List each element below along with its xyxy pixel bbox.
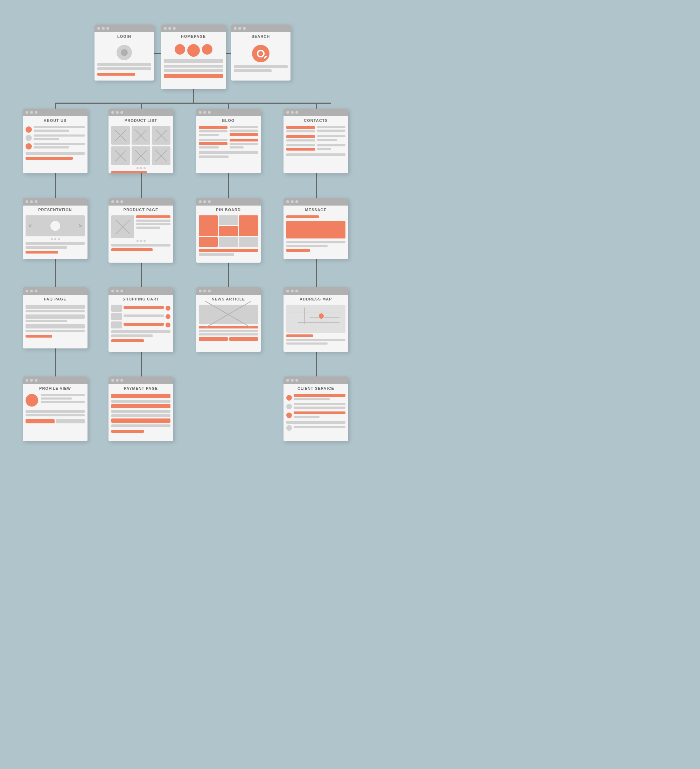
connector-hp-down xyxy=(193,89,194,103)
blog-card: BLOG xyxy=(196,109,261,173)
news-titlebar xyxy=(196,287,261,295)
map-visual xyxy=(286,305,345,333)
payment-titlebar xyxy=(109,376,173,384)
hp-titlebar xyxy=(161,24,226,32)
pinboard-title: PIN BOARD xyxy=(196,206,261,213)
faq-title: FAQ PAGE xyxy=(23,295,88,302)
profile-title: PROFILE VIEW xyxy=(23,384,88,392)
conn-aboutus-down xyxy=(55,173,56,198)
cs-title: CLIENT SERVICE xyxy=(284,384,348,392)
profile-body xyxy=(23,392,88,428)
homepage-card: HOMEPAGE xyxy=(161,24,226,89)
cs-titlebar xyxy=(284,376,348,384)
login-bar2 xyxy=(97,67,151,70)
dot2 xyxy=(102,27,104,30)
conn-contacts-down xyxy=(316,173,317,198)
conn-pinboard-down xyxy=(228,263,229,287)
conn-cart-down xyxy=(141,352,142,376)
slider-area: < > xyxy=(26,216,85,236)
hp-body xyxy=(161,40,226,82)
conn-msg-down xyxy=(316,259,317,287)
blog-body xyxy=(196,124,261,162)
presentation-card: PRESENTATION < > xyxy=(23,198,88,259)
search-title: SEARCH xyxy=(231,32,291,40)
slider-dot xyxy=(50,221,60,231)
cart-body xyxy=(109,302,173,346)
login-card: LOGIN xyxy=(95,24,154,80)
conn-aboutus-up xyxy=(55,103,56,109)
newsarticle-card: NEWS ARTICLE xyxy=(196,287,261,352)
conn-prodlist-down xyxy=(141,173,142,198)
pinboard-card: PIN BOARD xyxy=(196,198,261,263)
shoppingcart-card: SHOPPING CART xyxy=(109,287,173,352)
prodlist-body xyxy=(109,124,173,173)
aboutus-title: ABOUT US xyxy=(23,116,88,124)
map-title: ADDRESS MAP xyxy=(284,295,348,302)
search-card: SEARCH xyxy=(231,24,291,80)
msg-title: MESSAGE xyxy=(284,206,348,213)
contacts-title: CONTACTS xyxy=(284,116,348,124)
pres-titlebar xyxy=(23,198,88,206)
login-body xyxy=(95,40,154,80)
profileview-card: PROFILE VIEW xyxy=(23,376,88,441)
login-title: LOGIN xyxy=(95,32,154,40)
slider-left: < xyxy=(28,223,32,229)
map-pin xyxy=(318,312,325,319)
search-body xyxy=(231,40,291,76)
conn-contacts-up xyxy=(316,103,317,109)
prodpage-body xyxy=(109,213,173,255)
faq-titlebar xyxy=(23,287,88,295)
message-card: MESSAGE xyxy=(284,198,348,259)
prodlist-title: PRODUCT LIST xyxy=(109,116,173,124)
dot3 xyxy=(106,27,109,30)
hp-circle3 xyxy=(202,44,212,55)
msg-body xyxy=(284,213,348,256)
productpage-card: PRODUCT PAGE xyxy=(109,198,173,263)
map-titlebar xyxy=(284,287,348,295)
conn-blog-up xyxy=(228,103,229,109)
login-bar1 xyxy=(97,63,151,66)
search-titlebar xyxy=(231,24,291,32)
blog-title: BLOG xyxy=(196,116,261,124)
product-grid xyxy=(111,126,170,165)
dot1 xyxy=(97,27,100,30)
aboutus-titlebar xyxy=(23,109,88,116)
prodlist-titlebar xyxy=(109,109,173,116)
sitemap-diagram: LOGIN HOMEPAGE xyxy=(0,0,700,769)
contacts-card: CONTACTS xyxy=(284,109,348,173)
productlist-card: PRODUCT LIST xyxy=(109,109,173,173)
conn-faq-down xyxy=(55,348,56,376)
cs-body xyxy=(284,392,348,435)
cart-titlebar xyxy=(109,287,173,295)
prodpage-titlebar xyxy=(109,198,173,206)
search-icon xyxy=(257,50,265,58)
contacts-titlebar xyxy=(284,109,348,116)
slider-right: > xyxy=(79,223,82,229)
profile-avatar xyxy=(26,394,38,407)
payment-body xyxy=(109,392,173,437)
conn-map-down xyxy=(316,352,317,376)
hp-circles xyxy=(164,44,223,57)
conn-pres-down xyxy=(55,259,56,287)
paymentpage-card: PAYMENT PAGE xyxy=(109,376,173,441)
conn-prodpage-down xyxy=(141,263,142,287)
news-image xyxy=(199,305,258,324)
hp-title: HOMEPAGE xyxy=(161,32,226,40)
clientservice-card: CLIENT SERVICE xyxy=(284,376,348,441)
news-body xyxy=(196,302,261,345)
conn-blog-down xyxy=(228,173,229,198)
hp-circle1 xyxy=(175,44,185,55)
addressmap-card: ADDRESS MAP xyxy=(284,287,348,352)
aboutus-body xyxy=(23,124,88,164)
pinboard-body xyxy=(196,213,261,260)
map-body xyxy=(284,302,348,349)
login-titlebar xyxy=(95,24,154,32)
aboutus-card: ABOUT US xyxy=(23,109,88,173)
faq-body xyxy=(23,302,88,342)
pres-title: PRESENTATION xyxy=(23,206,88,213)
pinboard-titlebar xyxy=(196,198,261,206)
faqpage-card: FAQ PAGE xyxy=(23,287,88,348)
cart-title: SHOPPING CART xyxy=(109,295,173,302)
search-icon-circle xyxy=(252,45,270,62)
prodpage-title: PRODUCT PAGE xyxy=(109,206,173,213)
